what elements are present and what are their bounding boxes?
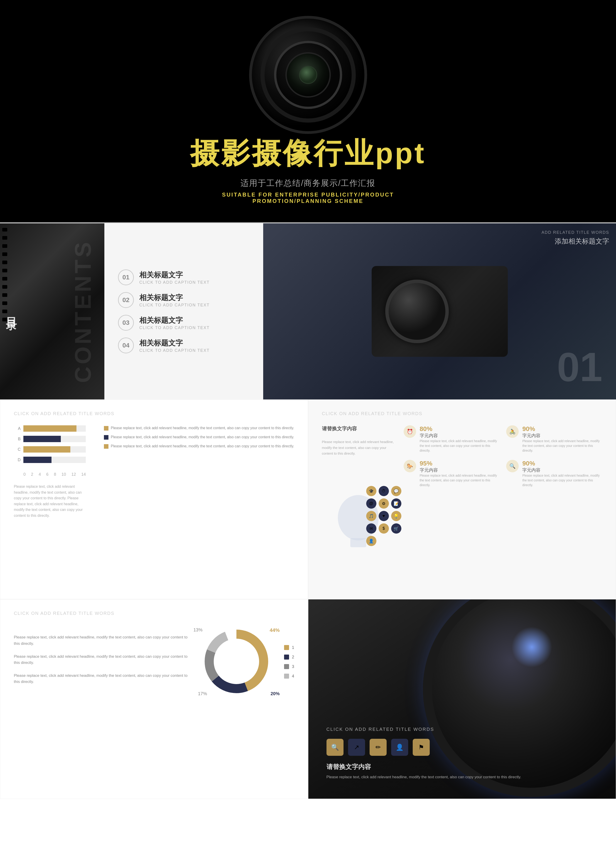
hero-slide: 摄影摄像行业ppt 适用于工作总结/商务展示/工作汇报 SUITABLE FOR… bbox=[0, 0, 616, 222]
list-item[interactable]: 04 相关标题文字 CLICK TO ADD CAPTION TEXT bbox=[118, 337, 250, 353]
film-hole bbox=[2, 301, 7, 305]
item-text-2: 相关标题文字 CLICK TO ADD CAPTION TEXT bbox=[139, 293, 210, 308]
chart-description: Please replace text, click add relevant … bbox=[14, 484, 86, 519]
legend-text-3: Please replace text, click add relevant … bbox=[111, 444, 294, 449]
stat-icon-3: 🐎 bbox=[404, 460, 416, 472]
donut-legend-label-3: 3 bbox=[292, 664, 294, 669]
section-title-bar-right: CLICK ON ADD RELATED TITLE WORDS bbox=[322, 411, 602, 416]
lens-outer-ring bbox=[249, 16, 367, 134]
hero-subtitle-en1: SUITABLE FOR ENTERPRISE PUBLICITY/PRODUC… bbox=[222, 192, 394, 198]
lens-ring2 bbox=[274, 41, 342, 109]
bar-track-d bbox=[24, 457, 86, 463]
icon-mail: ✉ bbox=[366, 523, 376, 533]
camera-caption-title: 请替换文字内容 bbox=[327, 763, 598, 771]
icon-btn-user[interactable]: 👤 bbox=[391, 739, 408, 756]
head-silhouette: 🎓 ⏱ 💬 @ ⚙ 📝 🎵 ♥ 💡 ✉ $ 🛒 👤 bbox=[333, 491, 383, 549]
bar-label-a: A bbox=[14, 426, 20, 431]
stat-icon-4: 🔍 bbox=[506, 460, 519, 472]
section-title-donut: CLICK ON ADD RELATED TITLE WORDS bbox=[14, 611, 294, 616]
camera-background: 01 ADD RELATED TITLE WORDS 添加相关标题文字 bbox=[263, 223, 616, 400]
donut-num-4: 13% bbox=[193, 627, 203, 633]
donut-dot-4 bbox=[284, 673, 289, 679]
stat-desc-1: Please replace text, click add relevant … bbox=[420, 439, 500, 453]
bar-track-a bbox=[24, 425, 86, 432]
stat-cn-3: 字元内容 bbox=[420, 467, 500, 473]
film-hole bbox=[2, 252, 7, 256]
stat-percent-2: 90% bbox=[522, 425, 602, 433]
intro-title: 请替换文字内容 bbox=[322, 425, 394, 432]
bar-fill-a bbox=[24, 425, 77, 432]
legend-text-1: Please replace text, click add relevant … bbox=[111, 425, 294, 431]
stat-percent-1: 80% bbox=[420, 425, 500, 433]
hero-subtitle-cn: 适用于工作总结/商务展示/工作汇报 bbox=[240, 178, 375, 189]
icon-btn-flag[interactable]: ⚑ bbox=[413, 739, 430, 756]
bar-row-a: A bbox=[14, 425, 86, 432]
donut-legend-4: 4 bbox=[284, 673, 294, 679]
donut-svg bbox=[200, 625, 273, 698]
bar-track-c bbox=[24, 446, 86, 453]
stat-desc-3: Please replace text, click add relevant … bbox=[420, 473, 500, 488]
svg-rect-1 bbox=[350, 538, 366, 547]
icon-chat: 💬 bbox=[391, 486, 401, 496]
list-item[interactable]: 03 相关标题文字 CLICK TO ADD CAPTION TEXT bbox=[118, 315, 250, 331]
legend-dot-1 bbox=[104, 426, 108, 431]
donut-legend-2: 2 bbox=[284, 655, 294, 659]
section-title-bar-left: CLICK ON ADD RELATED TITLE WORDS bbox=[14, 411, 294, 416]
stats-grid: ⏰ 80% 字元内容 Please replace text, click ad… bbox=[404, 425, 602, 579]
donut-pct-3: 17% bbox=[198, 691, 207, 696]
camera-caption-desc: Please replace text, click add relevant … bbox=[327, 774, 598, 780]
item-number-2: 02 bbox=[118, 292, 134, 308]
contents-slide: CONTENTS 目录 01 相关标题文字 CLICK TO ADD CAPTI… bbox=[0, 222, 616, 400]
icon-btn-edit[interactable]: ✏ bbox=[369, 739, 387, 756]
stat-item-1: ⏰ 80% 字元内容 Please replace text, click ad… bbox=[404, 425, 500, 453]
lens-image bbox=[0, 0, 616, 150]
donut-legend-label-2: 2 bbox=[292, 655, 294, 659]
stat-content-1: 80% 字元内容 Please replace text, click add … bbox=[420, 425, 500, 453]
item-title-cn-3: 相关标题文字 bbox=[139, 315, 210, 326]
donut-dot-2 bbox=[284, 655, 289, 659]
donut-left-labels: Please replace text, click add relevant … bbox=[14, 634, 189, 685]
bar-fill-c bbox=[24, 446, 70, 453]
icon-time: ⏱ bbox=[379, 486, 389, 496]
legend-item-1: Please replace text, click add relevant … bbox=[104, 425, 294, 431]
camera-lens-small bbox=[385, 280, 449, 343]
item-title-en-3: CLICK TO ADD CAPTION TEXT bbox=[139, 326, 210, 330]
donut-legend-3: 3 bbox=[284, 664, 294, 669]
donut-legend-1: 1 bbox=[284, 645, 294, 650]
bar-label-c: C bbox=[14, 447, 20, 452]
chart-axis: 0 2 4 6 8 10 12 14 bbox=[14, 472, 86, 477]
list-item[interactable]: 01 相关标题文字 CLICK TO ADD CAPTION TEXT bbox=[118, 269, 250, 285]
add-title-en: ADD RELATED TITLE WORDS bbox=[542, 230, 609, 235]
stat-cn-4: 字元内容 bbox=[522, 467, 602, 473]
stat-icon-2: 🚴 bbox=[506, 425, 519, 438]
donut-legend-label-1: 1 bbox=[292, 645, 294, 650]
add-title-label: ADD RELATED TITLE WORDS 添加相关标题文字 bbox=[542, 230, 609, 246]
infographic-slide: CLICK ON ADD RELATED TITLE WORDS 请替换文字内容… bbox=[308, 400, 616, 599]
stat-desc-4: Please replace text, click add relevant … bbox=[522, 473, 602, 488]
chart-legend: Please replace text, click add relevant … bbox=[95, 425, 294, 449]
list-item[interactable]: 02 相关标题文字 CLICK TO ADD CAPTION TEXT bbox=[118, 292, 250, 308]
icon-music: 🎵 bbox=[366, 511, 376, 521]
donut-chart-area: 44% 13% 20% 17% bbox=[200, 625, 273, 699]
stat-percent-3: 95% bbox=[420, 460, 500, 467]
intro-desc: Please replace text, click add relevant … bbox=[322, 439, 394, 456]
icon-email: @ bbox=[366, 499, 376, 508]
icon-btn-search[interactable]: 🔍 bbox=[327, 739, 344, 756]
bar-chart-slide: CLICK ON ADD RELATED TITLE WORDS A B bbox=[0, 400, 308, 599]
bottom-icons-row: 🔍 ↗ ✏ 👤 ⚑ bbox=[327, 739, 598, 756]
icon-btn-share[interactable]: ↗ bbox=[348, 739, 365, 756]
icon-person: 👤 bbox=[366, 536, 376, 546]
donut-label-2: Please replace text, click add relevant … bbox=[14, 653, 189, 666]
lens-inner bbox=[285, 52, 331, 98]
legend-text-2: Please replace text, click add relevant … bbox=[111, 434, 294, 440]
stat-percent-4: 90% bbox=[522, 460, 602, 467]
item-title-en-2: CLICK TO ADD CAPTION TEXT bbox=[139, 303, 210, 308]
film-hole bbox=[2, 318, 7, 321]
stat-icon-1: ⏰ bbox=[404, 425, 416, 438]
film-hole bbox=[2, 293, 7, 297]
icon-education: 🎓 bbox=[366, 486, 376, 496]
stat-content-2: 90% 字元内容 Please replace text, click add … bbox=[522, 425, 602, 453]
bar-label-b: B bbox=[14, 437, 20, 441]
stat-content-3: 95% 字元内容 Please replace text, click add … bbox=[420, 460, 500, 488]
camera-body bbox=[372, 266, 508, 357]
